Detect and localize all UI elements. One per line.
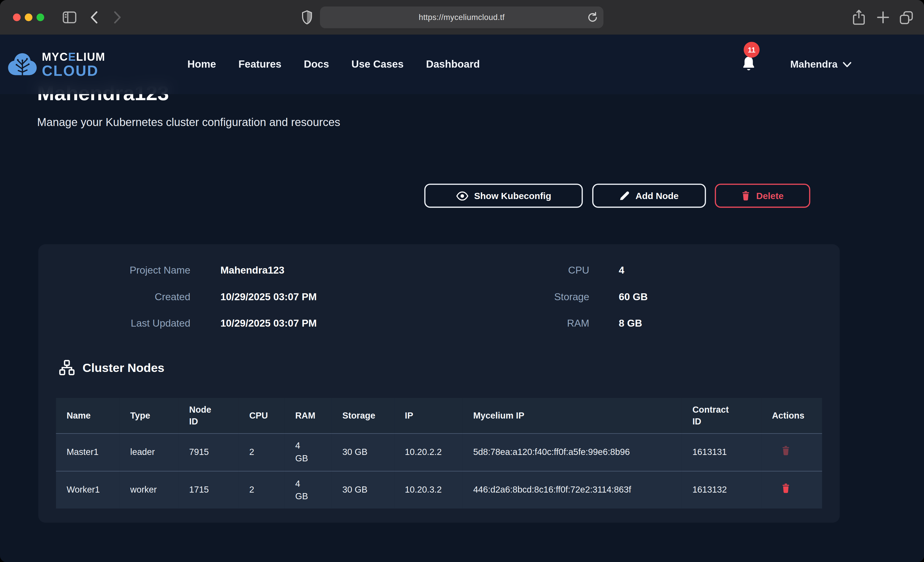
col-cpu: CPU <box>239 398 285 433</box>
cell-actions <box>761 433 822 471</box>
nav-use-cases[interactable]: Use Cases <box>351 58 404 70</box>
col-ram: RAM <box>285 398 332 433</box>
forward-icon <box>113 10 122 24</box>
cell-contract-id: 1613131 <box>682 433 761 471</box>
network-icon <box>59 360 75 375</box>
cell-type: leader <box>120 433 178 471</box>
bell-icon <box>741 56 756 72</box>
detail-label: CPU <box>507 265 590 277</box>
detail-value: 60 GB <box>619 291 648 303</box>
notifications-button[interactable] <box>741 56 756 72</box>
cell-cpu: 2 <box>239 433 285 471</box>
notifications: 11 <box>738 35 764 94</box>
trash-icon <box>782 445 790 456</box>
detail-value: 10/29/2025 03:07 PM <box>220 318 317 329</box>
col-name: Name <box>56 398 120 433</box>
brand-wordmark: MYCELIUM CLOUD <box>42 51 105 78</box>
detail-row: Created 10/29/2025 03:07 PM <box>38 284 317 310</box>
cluster-info-left: Project Name Mahendra123 Created 10/29/2… <box>38 257 317 336</box>
cell-mycelium-ip: 446:d2a6:8bcd:8c16:ff0f:72e2:3114:863f <box>463 471 682 508</box>
reload-icon <box>588 12 597 23</box>
table-header-row: Name Type Node ID CPU RAM Storage IP Myc… <box>56 398 822 433</box>
cell-mycelium-ip: 5d8:78ea:a120:f40c:ff0f:a5fe:99e6:8b96 <box>463 433 682 471</box>
cell-node-id: 1715 <box>178 471 238 508</box>
detail-row: Storage 60 GB <box>507 284 648 310</box>
share-icon <box>853 9 865 25</box>
detail-label: Project Name <box>38 265 190 277</box>
col-storage: Storage <box>332 398 394 433</box>
pencil-icon <box>620 191 630 200</box>
mycelium-cloud-logo-icon <box>7 51 38 78</box>
table-row-worker1: Worker1 worker 1715 2 4 GB 30 GB 10.20.3… <box>56 471 822 508</box>
col-ip: IP <box>394 398 463 433</box>
cell-actions <box>761 471 822 508</box>
back-button[interactable] <box>90 10 98 24</box>
add-node-button[interactable]: Add Node <box>592 184 706 208</box>
detail-value: Mahendra123 <box>220 265 284 277</box>
sidebar-toggle-button[interactable] <box>63 11 76 24</box>
nav-dashboard[interactable]: Dashboard <box>426 58 480 70</box>
cluster-info-right: CPU 4 Storage 60 GB RAM 8 GB <box>507 257 648 336</box>
cell-name: Worker1 <box>56 471 120 508</box>
delete-node-button[interactable] <box>782 483 790 493</box>
privacy-shield-icon <box>302 10 312 25</box>
cell-type: worker <box>120 471 178 508</box>
detail-row: Last Updated 10/29/2025 03:07 PM <box>38 310 317 336</box>
nav-docs[interactable]: Docs <box>304 58 329 70</box>
sidebar-icon <box>63 11 76 24</box>
zoom-button[interactable] <box>36 13 44 21</box>
forward-button[interactable] <box>113 10 122 24</box>
share-button[interactable] <box>853 9 865 25</box>
back-icon <box>90 10 98 24</box>
new-tab-button[interactable] <box>877 11 889 24</box>
detail-value: 8 GB <box>619 318 642 329</box>
nav-features[interactable]: Features <box>238 58 282 70</box>
chevron-down-icon <box>843 61 852 67</box>
detail-value: 10/29/2025 03:07 PM <box>220 291 317 303</box>
show-kubeconfig-button[interactable]: Show Kubeconfig <box>424 184 583 208</box>
col-mycelium-ip: Mycelium IP <box>463 398 682 433</box>
close-button[interactable] <box>13 13 21 21</box>
detail-value: 4 <box>619 265 624 277</box>
cell-cpu: 2 <box>239 471 285 508</box>
col-type: Type <box>120 398 178 433</box>
detail-label: Last Updated <box>38 318 190 329</box>
cluster-nodes-table: Name Type Node ID CPU RAM Storage IP Myc… <box>56 398 822 508</box>
user-name: Mahendra <box>790 59 838 70</box>
cluster-actions: Show Kubeconfig Add Node Delete <box>0 184 924 208</box>
cell-ram: 4 GB <box>285 471 332 508</box>
detail-row: CPU 4 <box>507 257 648 284</box>
brand-logo[interactable]: MYCELIUM CLOUD <box>7 35 105 94</box>
delete-node-button[interactable] <box>782 445 790 456</box>
cluster-details-card: Project Name Mahendra123 Created 10/29/2… <box>38 244 840 523</box>
detail-row: Project Name Mahendra123 <box>38 257 317 284</box>
col-node-id: Node ID <box>178 398 238 433</box>
site-header: MYCELIUM CLOUD Home Features Docs Use Ca… <box>0 35 924 94</box>
minimize-button[interactable] <box>25 13 33 21</box>
trash-icon <box>782 483 790 493</box>
trash-icon <box>741 191 750 200</box>
browser-toolbar: https://myceliumcloud.tf <box>0 0 924 35</box>
detail-label: Storage <box>507 291 590 303</box>
nav-home[interactable]: Home <box>188 58 216 70</box>
delete-cluster-button[interactable]: Delete <box>715 184 810 208</box>
cell-ram: 4 GB <box>285 433 332 471</box>
notification-badge: 11 <box>744 42 760 58</box>
main-nav: Home Features Docs Use Cases Dashboard <box>188 35 480 94</box>
tabs-icon <box>899 10 913 25</box>
cell-contract-id: 1613132 <box>682 471 761 508</box>
cell-storage: 30 GB <box>332 471 394 508</box>
cluster-nodes-heading: Cluster Nodes <box>59 360 164 375</box>
reload-button[interactable] <box>588 12 597 23</box>
url-text: https://myceliumcloud.tf <box>320 6 603 28</box>
page-content: Mahendra123 <box>0 35 924 562</box>
plus-icon <box>877 11 889 24</box>
cell-ip: 10.20.2.2 <box>394 433 463 471</box>
tab-overview-button[interactable] <box>899 10 913 25</box>
address-bar[interactable]: https://myceliumcloud.tf <box>320 6 603 28</box>
cell-name: Master1 <box>56 433 120 471</box>
cell-storage: 30 GB <box>332 433 394 471</box>
user-menu[interactable]: Mahendra <box>790 35 852 94</box>
table-row-master1: Master1 leader 7915 2 4 GB 30 GB 10.20.2… <box>56 433 822 471</box>
cell-node-id: 7915 <box>178 433 238 471</box>
